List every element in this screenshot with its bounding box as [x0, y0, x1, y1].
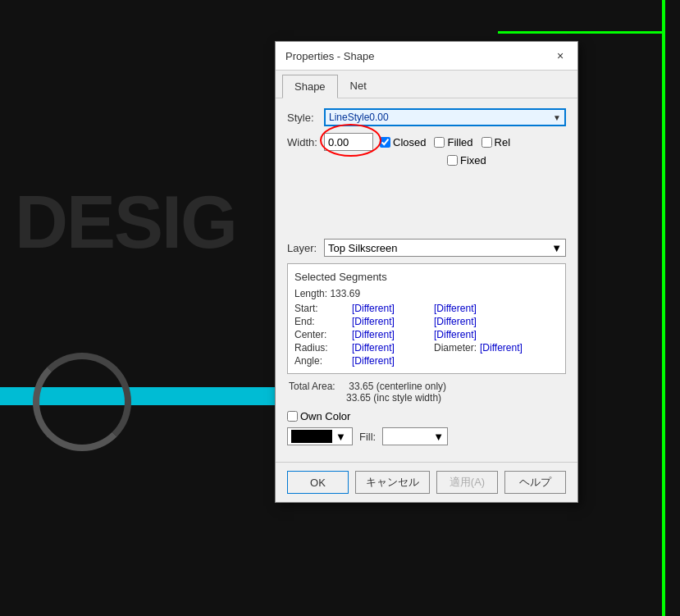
length-row: Length: 133.69	[294, 288, 559, 299]
fill-label: Fill:	[359, 431, 376, 443]
angle-label: Angle:	[294, 355, 352, 367]
end-col2: [Different]	[434, 316, 516, 327]
layer-label: Layer:	[287, 242, 324, 254]
own-color-label: Own Color	[300, 410, 350, 422]
length-label: Length:	[294, 288, 327, 299]
help-button[interactable]: ヘルプ	[504, 471, 566, 494]
close-button[interactable]: ×	[553, 48, 568, 63]
apply-button[interactable]: 適用(A)	[436, 471, 498, 494]
style-label: Style:	[287, 112, 324, 124]
rel-label: Rel	[495, 136, 511, 148]
fixed-checkbox-label[interactable]: Fixed	[447, 154, 486, 167]
style-dropdown-arrow: ▼	[553, 113, 561, 122]
dialog-buttons: OK キャンセル 適用(A) ヘルプ	[276, 462, 577, 502]
color-swatch-dropdown[interactable]: ▼	[287, 427, 353, 445]
center-label: Center:	[294, 329, 352, 340]
tab-bar: Shape Net	[276, 71, 577, 98]
end-label: End:	[294, 316, 352, 327]
dialog-content: Style: LineStyle0.00 ▼ Width: Closed Fil…	[276, 98, 577, 462]
tab-net[interactable]: Net	[338, 74, 379, 98]
total-area-line2: 33.65 (inc style width)	[346, 392, 441, 404]
dialog-title: Properties - Shape	[285, 50, 374, 62]
fixed-row: Fixed	[447, 154, 566, 167]
start-col2: [Different]	[434, 303, 516, 314]
filled-label: Filled	[447, 136, 472, 148]
width-label: Width:	[287, 136, 324, 148]
total-area-label: Total Area:	[289, 381, 346, 392]
angle-col1: [Different]	[352, 355, 434, 367]
own-color-row: Own Color	[287, 410, 566, 422]
title-bar: Properties - Shape ×	[276, 42, 577, 71]
width-row: Width: Closed Filled Rel	[287, 133, 566, 151]
segments-box: Selected Segments Length: 133.69 Start: …	[287, 263, 566, 374]
center-col1: [Different]	[352, 329, 434, 340]
layer-row: Layer: Top Silkscreen ▼	[287, 239, 566, 257]
angle-col2	[434, 355, 516, 367]
properties-dialog: Properties - Shape × Shape Net Style: Li…	[275, 41, 578, 503]
diameter-value: [Different]	[480, 342, 523, 354]
radius-label: Radius:	[294, 342, 352, 354]
layer-value: Top Silkscreen	[328, 242, 398, 254]
tab-shape[interactable]: Shape	[282, 75, 338, 98]
circle-decoration	[33, 353, 131, 451]
closed-label: Closed	[393, 136, 426, 148]
fixed-checkbox[interactable]	[447, 155, 458, 166]
fill-dropdown[interactable]: ▼	[382, 427, 448, 445]
ok-button[interactable]: OK	[287, 471, 349, 494]
color-row: ▼ Fill: ▼	[287, 427, 566, 445]
rel-checkbox-label[interactable]: Rel	[481, 136, 511, 148]
total-area: Total Area: 33.65 (centerline only) 33.6…	[287, 381, 566, 404]
filled-checkbox-label[interactable]: Filled	[434, 136, 472, 148]
radius-col1: [Different]	[352, 342, 434, 354]
closed-checkbox[interactable]	[380, 137, 390, 148]
green-border-right	[662, 0, 665, 616]
filled-checkbox[interactable]	[434, 137, 445, 148]
end-col1: [Different]	[352, 316, 434, 327]
diameter-label: Diameter:	[434, 342, 477, 354]
width-input[interactable]	[324, 133, 373, 151]
diameter-cell: Diameter: [Different]	[434, 342, 516, 354]
own-color-checkbox-label[interactable]: Own Color	[287, 410, 350, 422]
center-col2: [Different]	[434, 329, 516, 340]
green-border-top	[498, 31, 662, 34]
style-dropdown[interactable]: LineStyle0.00 ▼	[324, 108, 566, 126]
start-label: Start:	[294, 303, 352, 314]
spacer	[287, 173, 566, 239]
start-col1: [Different]	[352, 303, 434, 314]
style-row: Style: LineStyle0.00 ▼	[287, 108, 566, 126]
checkboxes-group: Closed Filled Rel	[380, 136, 566, 148]
segments-grid: Start: [Different] [Different] End: [Dif…	[294, 303, 559, 367]
layer-dropdown[interactable]: Top Silkscreen ▼	[324, 239, 566, 257]
layer-dropdown-arrow: ▼	[551, 242, 562, 254]
fill-dropdown-arrow: ▼	[433, 431, 444, 443]
color-swatch-black	[291, 430, 332, 443]
rel-checkbox[interactable]	[481, 137, 492, 148]
closed-checkbox-label[interactable]: Closed	[380, 136, 426, 148]
design-watermark: DESIG	[15, 180, 236, 265]
color-dropdown-arrow: ▼	[335, 431, 346, 443]
cancel-button[interactable]: キャンセル	[355, 471, 430, 494]
style-value: LineStyle0.00	[329, 112, 389, 123]
fixed-label: Fixed	[460, 154, 486, 167]
length-value: 133.69	[330, 288, 360, 299]
segments-title: Selected Segments	[294, 271, 559, 283]
own-color-checkbox[interactable]	[287, 411, 298, 422]
total-area-line1: 33.65 (centerline only)	[349, 381, 446, 392]
